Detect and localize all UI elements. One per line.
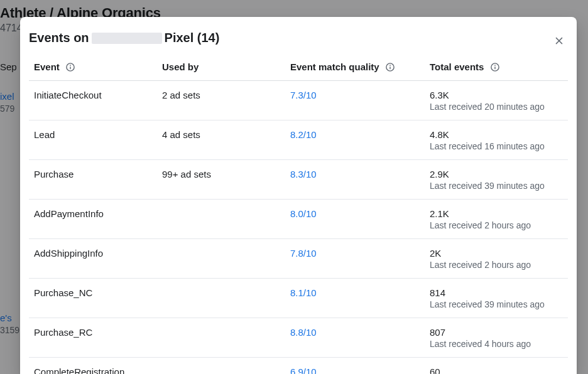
total-events-cell: 60Last received 10 hours ago <box>426 358 568 375</box>
emq-cell: 8.3/10 <box>286 160 426 200</box>
total-count: 4.8K <box>430 129 564 140</box>
used-by-value: 99+ ad sets <box>162 169 211 179</box>
table-row: InitiateCheckout2 ad sets7.3/106.3KLast … <box>29 81 568 120</box>
emq-cell: 7.8/10 <box>286 239 426 279</box>
events-modal: Events on Pixel (14) Event <box>20 17 577 374</box>
total-count: 814 <box>430 287 564 298</box>
svg-point-10 <box>494 65 496 66</box>
total-count: 2K <box>430 248 564 259</box>
total-events-cell: 2.1KLast received 2 hours ago <box>426 200 568 239</box>
close-button[interactable] <box>550 32 568 50</box>
info-icon[interactable] <box>66 63 75 72</box>
emq-link[interactable]: 8.3/10 <box>290 169 317 179</box>
total-count: 6.3K <box>430 90 564 100</box>
used-by-cell <box>158 318 286 358</box>
last-received: Last received 4 hours ago <box>430 339 564 349</box>
table-row: Purchase_RC8.8/10807Last received 4 hour… <box>29 318 568 358</box>
last-received: Last received 39 minutes ago <box>430 299 564 309</box>
used-by-value: 4 ad sets <box>162 129 200 140</box>
used-by-cell: 2 ad sets <box>158 81 286 120</box>
event-name-cell: Purchase_RC <box>29 318 158 358</box>
close-icon <box>553 35 565 46</box>
modal-title-prefix: Events on <box>29 31 89 45</box>
last-received: Last received 39 minutes ago <box>430 181 564 191</box>
table-row: Lead4 ad sets8.2/104.8KLast received 16 … <box>29 120 568 160</box>
info-icon[interactable] <box>491 63 499 72</box>
event-name-cell: InitiateCheckout <box>29 81 158 120</box>
table-row: Purchase99+ ad sets8.3/102.9KLast receiv… <box>29 160 568 200</box>
redacted-pixel-name <box>92 33 162 44</box>
col-header-emq: Event match quality <box>286 53 426 81</box>
event-name: InitiateCheckout <box>34 90 102 100</box>
total-events-cell: 807Last received 4 hours ago <box>426 318 568 358</box>
emq-link[interactable]: 8.1/10 <box>290 287 317 298</box>
used-by-cell <box>158 200 286 239</box>
emq-link[interactable]: 7.3/10 <box>290 90 317 100</box>
event-name-cell: AddShippingInfo <box>29 239 158 279</box>
used-by-cell: 4 ad sets <box>158 120 286 160</box>
emq-link[interactable]: 7.8/10 <box>290 248 317 259</box>
emq-cell: 8.8/10 <box>286 318 426 358</box>
event-name: AddPaymentInfo <box>34 208 104 219</box>
last-received: Last received 2 hours ago <box>430 220 564 230</box>
total-count: 2.9K <box>430 169 564 179</box>
event-name-cell: Purchase_NC <box>29 279 158 318</box>
svg-rect-9 <box>494 67 495 69</box>
table-body: InitiateCheckout2 ad sets7.3/106.3KLast … <box>29 81 568 375</box>
emq-link[interactable]: 8.2/10 <box>290 129 317 140</box>
col-header-event: Event <box>29 53 158 81</box>
emq-cell: 8.2/10 <box>286 120 426 160</box>
last-received: Last received 20 minutes ago <box>430 102 564 112</box>
col-header-total-label: Total events <box>430 61 484 72</box>
emq-link[interactable]: 8.8/10 <box>290 327 317 338</box>
table-row: Purchase_NC8.1/10814Last received 39 min… <box>29 279 568 318</box>
info-icon[interactable] <box>386 63 395 72</box>
col-header-used-by: Used by <box>158 53 286 81</box>
event-name-cell: Purchase <box>29 160 158 200</box>
event-name: Purchase_NC <box>34 287 92 298</box>
total-events-cell: 6.3KLast received 20 minutes ago <box>426 81 568 120</box>
used-by-cell <box>158 279 286 318</box>
used-by-cell <box>158 358 286 375</box>
total-count: 2.1K <box>430 208 564 219</box>
last-received: Last received 16 minutes ago <box>430 141 564 151</box>
table-header-row: Event Used by Event match quality <box>29 53 568 81</box>
last-received: Last received 2 hours ago <box>430 260 564 270</box>
total-events-cell: 4.8KLast received 16 minutes ago <box>426 120 568 160</box>
col-header-event-label: Event <box>34 61 60 72</box>
event-name: AddShippingInfo <box>34 248 103 259</box>
svg-point-7 <box>389 65 391 66</box>
table-row: AddShippingInfo7.8/102KLast received 2 h… <box>29 239 568 279</box>
col-header-emq-label: Event match quality <box>290 61 379 72</box>
used-by-cell <box>158 239 286 279</box>
emq-cell: 7.3/10 <box>286 81 426 120</box>
event-name-cell: Lead <box>29 120 158 160</box>
event-name-cell: CompleteRegistration <box>29 358 158 375</box>
modal-header: Events on Pixel (14) <box>20 17 577 53</box>
col-header-used-by-label: Used by <box>162 61 199 72</box>
total-count: 60 <box>430 366 564 374</box>
event-name: Purchase_RC <box>34 327 92 338</box>
svg-rect-3 <box>70 67 70 69</box>
total-events-cell: 814Last received 39 minutes ago <box>426 279 568 318</box>
emq-link[interactable]: 6.9/10 <box>290 366 317 374</box>
table-row: AddPaymentInfo8.0/102.1KLast received 2 … <box>29 200 568 239</box>
event-name: Purchase <box>34 169 74 179</box>
table-row: CompleteRegistration6.9/1060Last receive… <box>29 358 568 375</box>
modal-scroll-area[interactable]: Event Used by Event match quality <box>20 53 577 374</box>
svg-rect-6 <box>389 67 390 69</box>
total-events-cell: 2.9KLast received 39 minutes ago <box>426 160 568 200</box>
svg-point-4 <box>70 65 71 66</box>
modal-title-suffix: Pixel (14) <box>165 31 220 45</box>
event-name: CompleteRegistration <box>34 366 124 374</box>
emq-cell: 8.0/10 <box>286 200 426 239</box>
modal-title: Events on Pixel (14) <box>29 31 219 45</box>
emq-cell: 8.1/10 <box>286 279 426 318</box>
emq-link[interactable]: 8.0/10 <box>290 208 317 219</box>
emq-cell: 6.9/10 <box>286 358 426 375</box>
used-by-cell: 99+ ad sets <box>158 160 286 200</box>
total-count: 807 <box>430 327 564 338</box>
total-events-cell: 2KLast received 2 hours ago <box>426 239 568 279</box>
used-by-value: 2 ad sets <box>162 90 200 100</box>
col-header-total: Total events <box>426 53 568 81</box>
